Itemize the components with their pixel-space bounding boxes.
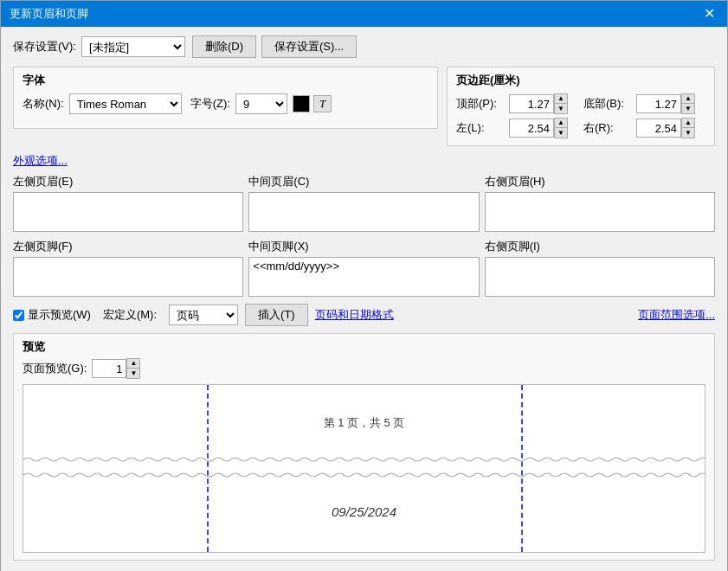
left-margin-label: 左(L):: [456, 120, 499, 136]
right-header-input[interactable]: [485, 192, 715, 232]
left-margin-input[interactable]: [509, 119, 554, 138]
left-header-col: 左侧页眉(E): [13, 174, 243, 232]
toolbar-row: 保存设置(V): [未指定] 删除(D) 保存设置(S)...: [13, 35, 715, 58]
preview-canvas: 第 1 页，共 5 页 09/25/2024: [23, 384, 705, 553]
font-name-label: 名称(N):: [23, 96, 64, 112]
page-preview-label: 页面预览(G):: [23, 361, 87, 376]
left-margin-up[interactable]: ▲: [555, 119, 567, 128]
left-footer-col: 左侧页脚(F): [13, 239, 243, 297]
preview-page-row: 页面预览(G): ▲ ▼: [23, 358, 705, 379]
insert-button[interactable]: 插入(T): [245, 304, 308, 326]
right-margin-spinner: ▲ ▼: [636, 118, 705, 138]
right-margin-down[interactable]: ▼: [682, 128, 694, 138]
right-header-col: 右侧页眉(H): [485, 174, 715, 232]
preview-section: 预览 页面预览(G): ▲ ▼ 第 1 页，共 5 页: [13, 333, 715, 561]
right-margin-input[interactable]: [636, 119, 681, 138]
right-footer-col: 右侧页脚(I): [485, 239, 715, 297]
top-margin-spinner: ▲ ▼: [509, 93, 578, 114]
font-color-box[interactable]: [293, 95, 310, 112]
external-options-link[interactable]: 外观选项...: [13, 153, 68, 169]
date-format-link[interactable]: 页码和日期格式: [315, 307, 394, 323]
right-margin-label: 右(R):: [583, 120, 626, 136]
page-preview-input[interactable]: [92, 359, 126, 378]
top-margin-input[interactable]: [509, 94, 554, 113]
bottom-margin-spinner: ▲ ▼: [636, 93, 705, 114]
left-header-label: 左侧页眉(E): [13, 174, 243, 189]
title-bar: 更新页眉和页脚 ✕: [1, 1, 727, 27]
preview-header-area: 第 1 页，共 5 页: [23, 385, 705, 461]
bottom-margin-input[interactable]: [636, 94, 681, 113]
left-footer-input[interactable]: [13, 257, 243, 297]
macro-label: 宏定义(M):: [103, 307, 157, 323]
options-row: 显示预览(W) 宏定义(M): 页码 插入(T) 页码和日期格式 页面范围选项.…: [13, 304, 715, 326]
delete-button[interactable]: 删除(D): [192, 35, 256, 58]
preview-footer-area: 09/25/2024: [23, 472, 705, 552]
left-margin-down[interactable]: ▼: [555, 128, 567, 138]
right-margin-up[interactable]: ▲: [682, 119, 694, 128]
center-header-label: 中间页眉(C): [248, 174, 479, 189]
preview-title: 预览: [23, 339, 705, 355]
font-size-label: 字号(Z):: [190, 96, 230, 112]
show-preview-checkbox[interactable]: [13, 310, 24, 321]
center-header-col: 中间页眉(C): [248, 174, 479, 232]
top-margin-down[interactable]: ▼: [555, 104, 567, 113]
margins-section: 页边距(厘米) 顶部(P): ▲ ▼ 底部(B):: [447, 67, 715, 146]
show-preview-label: 显示预览(W): [28, 307, 91, 323]
headers-grid: 左侧页眉(E) 中间页眉(C) 右侧页眉(H): [13, 174, 715, 232]
page-preview-spinner: ▲ ▼: [92, 358, 140, 379]
show-preview-checkbox-row: 显示预览(W): [13, 307, 96, 323]
top-margin-label: 顶部(P):: [456, 96, 499, 112]
preview-footer-text: 09/25/2024: [332, 504, 396, 519]
font-style-button[interactable]: T: [313, 95, 332, 112]
bottom-margin-up[interactable]: ▲: [682, 94, 694, 104]
left-header-input[interactable]: [13, 192, 243, 232]
page-preview-down[interactable]: ▼: [127, 369, 139, 378]
font-section: 字体 名称(N): Times Roman 字号(Z): 9 T: [13, 67, 438, 129]
save-settings-label: 保存设置(V):: [13, 39, 76, 55]
font-section-title: 字体: [23, 73, 428, 88]
save-settings-select[interactable]: [未指定]: [81, 36, 185, 57]
save-as-button[interactable]: 保存设置(S)...: [261, 35, 357, 58]
close-button[interactable]: ✕: [700, 7, 718, 21]
right-footer-input[interactable]: [485, 257, 715, 297]
left-margin-spinner: ▲ ▼: [509, 118, 578, 138]
footers-grid: 左侧页脚(F) 中间页脚(X) 右侧页脚(I): [13, 239, 715, 297]
center-footer-label: 中间页脚(X): [248, 239, 479, 254]
page-preview-up[interactable]: ▲: [127, 359, 139, 369]
center-footer-input[interactable]: [248, 257, 479, 297]
bottom-margin-down[interactable]: ▼: [682, 104, 694, 113]
bottom-margin-label: 底部(B):: [583, 96, 626, 112]
top-margin-up[interactable]: ▲: [555, 94, 567, 104]
preview-header-text: 第 1 页，共 5 页: [324, 415, 405, 431]
left-footer-label: 左侧页脚(F): [13, 239, 243, 254]
dialog: 更新页眉和页脚 ✕ 保存设置(V): [未指定] 删除(D) 保存设置(S)..…: [0, 0, 728, 571]
center-header-input[interactable]: [248, 192, 479, 232]
margins-title: 页边距(厘米): [456, 73, 705, 88]
center-footer-col: 中间页脚(X): [248, 239, 479, 297]
wavy-separator-top: [23, 456, 705, 463]
macro-select[interactable]: 页码: [169, 305, 238, 325]
right-header-label: 右侧页眉(H): [485, 174, 715, 189]
page-range-link[interactable]: 页面范围选项...: [638, 307, 715, 323]
right-footer-label: 右侧页脚(I): [485, 239, 715, 254]
font-size-select[interactable]: 9: [235, 93, 287, 114]
dialog-title: 更新页眉和页脚: [10, 6, 88, 22]
font-name-select[interactable]: Times Roman: [69, 93, 182, 114]
